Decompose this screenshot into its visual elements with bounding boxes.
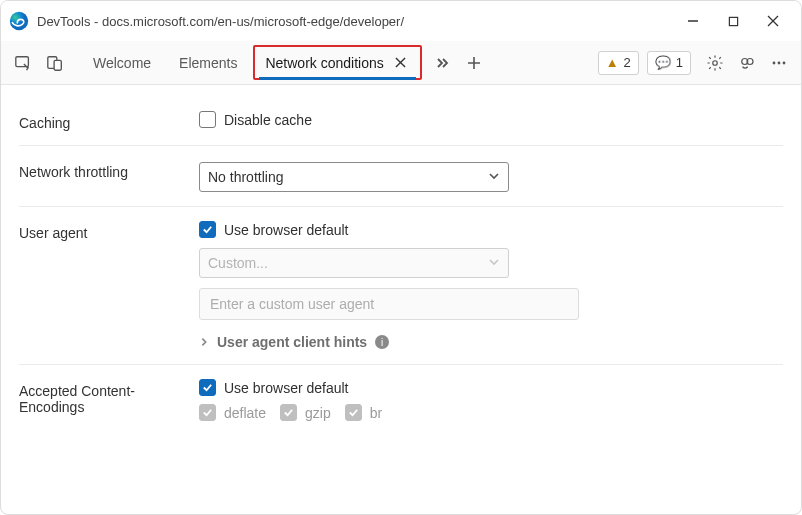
window-title: DevTools - docs.microsoft.com/en-us/micr…	[37, 14, 673, 29]
warning-icon: ▲	[606, 55, 619, 70]
close-window-button[interactable]	[753, 5, 793, 37]
titlebar: DevTools - docs.microsoft.com/en-us/micr…	[1, 1, 801, 41]
enc-br-checkbox: br	[345, 404, 382, 421]
new-tab-button[interactable]	[460, 49, 488, 77]
chevron-down-icon	[488, 255, 500, 271]
section-caching: Caching Disable cache	[19, 97, 783, 146]
feedback-icon[interactable]	[733, 49, 761, 77]
maximize-button[interactable]	[713, 5, 753, 37]
enc-deflate-checkbox: deflate	[199, 404, 266, 421]
tab-elements-label: Elements	[179, 55, 237, 71]
encodings-label: Accepted Content-Encodings	[19, 379, 199, 421]
svg-point-16	[778, 61, 781, 64]
tab-welcome[interactable]: Welcome	[79, 41, 165, 84]
svg-rect-7	[54, 60, 61, 70]
caching-label: Caching	[19, 111, 199, 131]
enc-use-default-label: Use browser default	[224, 380, 349, 396]
warnings-count: 2	[624, 55, 631, 70]
more-options-icon[interactable]	[765, 49, 793, 77]
settings-icon[interactable]	[701, 49, 729, 77]
disable-cache-label: Disable cache	[224, 112, 312, 128]
warnings-badge[interactable]: ▲ 2	[598, 51, 639, 75]
tab-network-conditions-label: Network conditions	[265, 55, 383, 71]
minimize-button[interactable]	[673, 5, 713, 37]
tab-elements[interactable]: Elements	[165, 41, 251, 84]
ua-client-hints-label: User agent client hints	[217, 334, 367, 350]
ua-custom-input: Enter a custom user agent	[199, 288, 579, 320]
tab-strip: Welcome Elements Network conditions	[79, 41, 424, 84]
section-user-agent: User agent Use browser default Custom...…	[19, 207, 783, 365]
ua-client-hints-disclosure[interactable]: User agent client hints i	[199, 334, 619, 350]
ua-use-default-checkbox[interactable]: Use browser default	[199, 221, 619, 238]
checkbox-disabled-icon	[280, 404, 297, 421]
throttling-label: Network throttling	[19, 160, 199, 192]
ua-custom-placeholder: Enter a custom user agent	[210, 296, 374, 312]
checkbox-icon	[199, 111, 216, 128]
tab-welcome-label: Welcome	[93, 55, 151, 71]
tab-network-conditions[interactable]: Network conditions	[253, 45, 421, 80]
enc-gzip-checkbox: gzip	[280, 404, 331, 421]
section-throttling: Network throttling No throttling	[19, 146, 783, 207]
inspect-element-icon[interactable]	[9, 49, 37, 77]
svg-point-12	[713, 60, 718, 65]
checkbox-disabled-icon	[199, 404, 216, 421]
svg-point-0	[10, 12, 28, 30]
tab-close-button[interactable]	[392, 54, 410, 72]
ua-custom-select-label: Custom...	[208, 255, 268, 271]
info-count: 1	[676, 55, 683, 70]
user-agent-label: User agent	[19, 221, 199, 350]
more-tabs-icon[interactable]	[428, 49, 456, 77]
ua-use-default-label: Use browser default	[224, 222, 349, 238]
svg-point-17	[783, 61, 786, 64]
enc-br-label: br	[370, 405, 382, 421]
checkbox-checked-icon	[199, 379, 216, 396]
svg-point-15	[773, 61, 776, 64]
info-dot-icon: i	[375, 335, 389, 349]
enc-deflate-label: deflate	[224, 405, 266, 421]
devtools-window: DevTools - docs.microsoft.com/en-us/micr…	[0, 0, 802, 515]
checkbox-disabled-icon	[345, 404, 362, 421]
chevron-down-icon	[488, 169, 500, 185]
device-toggle-icon[interactable]	[41, 49, 69, 77]
throttling-select[interactable]: No throttling	[199, 162, 509, 192]
section-encodings: Accepted Content-Encodings Use browser d…	[19, 365, 783, 435]
enc-gzip-label: gzip	[305, 405, 331, 421]
info-badge[interactable]: 💬 1	[647, 51, 691, 75]
panel-network-conditions: Caching Disable cache Network throttling…	[1, 85, 801, 514]
disable-cache-checkbox[interactable]: Disable cache	[199, 111, 619, 128]
ua-custom-select: Custom...	[199, 248, 509, 278]
svg-rect-2	[729, 17, 737, 25]
edge-logo-icon	[9, 11, 29, 31]
chevron-right-icon	[199, 334, 209, 350]
info-icon: 💬	[655, 55, 671, 70]
devtools-toolbar: Welcome Elements Network conditions ▲ 2 …	[1, 41, 801, 85]
checkbox-checked-icon	[199, 221, 216, 238]
throttling-selected: No throttling	[208, 169, 283, 185]
enc-use-default-checkbox[interactable]: Use browser default	[199, 379, 619, 396]
svg-rect-5	[16, 56, 29, 66]
